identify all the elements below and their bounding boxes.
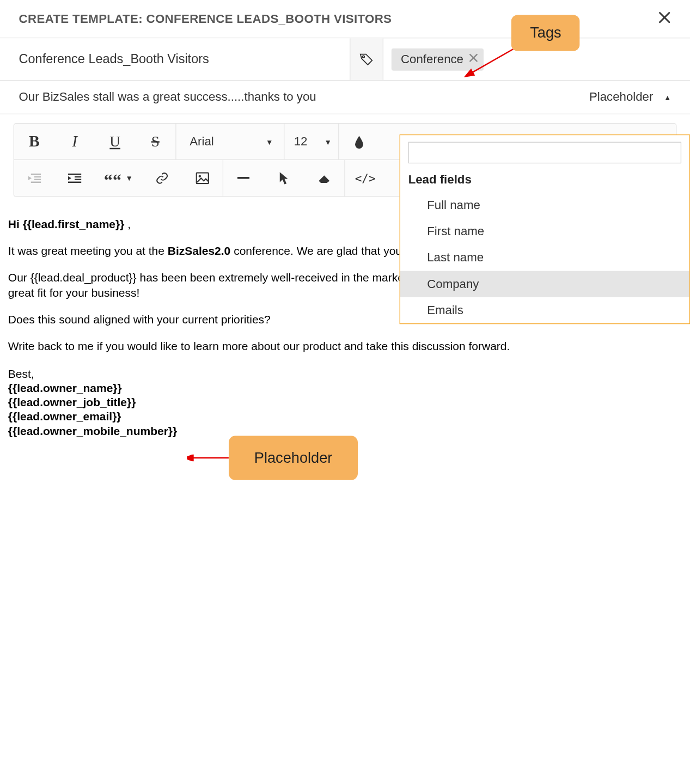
subject-input[interactable] xyxy=(19,90,589,104)
page-title: CREATE TEMPLATE: CONFERENCE LEADS_BOOTH … xyxy=(19,12,392,26)
body-p1-bold: BizSales2.0 xyxy=(168,245,231,258)
svg-line-4 xyxy=(471,46,518,73)
svg-rect-1 xyxy=(197,173,209,183)
caret-up-icon: ▲ xyxy=(664,93,671,101)
tag-button[interactable] xyxy=(350,38,383,80)
placeholder-item-full-name[interactable]: Full name xyxy=(400,192,689,218)
text-color-button[interactable] xyxy=(339,124,379,159)
strikethrough-button[interactable]: S xyxy=(135,124,175,159)
body-sig-best: Best, xyxy=(8,367,682,381)
font-size-value: 12 xyxy=(294,134,308,149)
quote-button[interactable]: ““ ▼ xyxy=(95,160,142,197)
placeholder-dropdown-toggle[interactable]: Placeholder ▲ xyxy=(589,90,671,104)
bold-button[interactable]: B xyxy=(14,124,54,159)
outdent-button[interactable] xyxy=(14,160,54,197)
body-sig3: {{lead.owner_email}} xyxy=(8,411,121,423)
ink-drop-icon xyxy=(354,135,365,149)
placeholder-item-emails[interactable]: Emails xyxy=(400,297,689,323)
placeholder-dropdown-panel: Lead fields Full name First name Last na… xyxy=(400,134,690,324)
font-family-value: Arial xyxy=(190,134,213,149)
svg-rect-3 xyxy=(237,177,249,179)
cursor-icon xyxy=(278,171,289,185)
callout-placeholder: Placeholder xyxy=(229,436,358,480)
close-icon[interactable] xyxy=(658,11,671,27)
caret-down-icon: ▼ xyxy=(324,138,331,146)
body-sig1: {{lead.owner_name}} xyxy=(8,382,122,394)
tag-icon xyxy=(359,52,374,66)
callout-tags: Tags xyxy=(511,15,581,51)
body-p4: Write back to me if you would like to le… xyxy=(8,340,682,354)
code-view-button[interactable]: </> xyxy=(345,160,386,197)
tag-chip-label: Conference xyxy=(401,52,463,66)
horizontal-rule-button[interactable] xyxy=(223,160,264,197)
placeholder-item-first-name[interactable]: First name xyxy=(400,218,689,244)
italic-button[interactable]: I xyxy=(54,124,95,159)
body-p1a: It was great meeting you at the xyxy=(8,245,168,258)
body-sig2: {{lead.owner_job_title}} xyxy=(8,396,136,408)
eraser-icon xyxy=(317,174,332,183)
caret-down-icon: ▼ xyxy=(266,138,273,146)
template-name-input[interactable] xyxy=(0,38,350,80)
body-greeting-token: {{lead.first_name}} xyxy=(23,218,125,230)
placeholder-item-company[interactable]: Company xyxy=(400,271,689,297)
underline-button[interactable]: U xyxy=(95,124,135,159)
placeholder-group-heading: Lead fields xyxy=(400,168,689,193)
body-greeting-prefix: Hi xyxy=(8,218,23,230)
link-icon xyxy=(155,171,169,185)
body-sig4: {{lead.owner_mobile_number}} xyxy=(8,425,177,437)
svg-point-0 xyxy=(363,56,365,58)
clear-format-button[interactable] xyxy=(304,160,344,197)
link-button[interactable] xyxy=(142,160,182,197)
placeholder-search-input[interactable] xyxy=(408,142,681,164)
select-button[interactable] xyxy=(264,160,304,197)
placeholder-label: Placeholder xyxy=(589,90,653,104)
body-greeting-suffix: , xyxy=(124,218,131,230)
font-family-select[interactable]: Arial ▼ xyxy=(176,134,284,149)
font-size-select[interactable]: 12 ▼ xyxy=(284,134,338,149)
indent-button[interactable] xyxy=(54,160,95,197)
placeholder-item-last-name[interactable]: Last name xyxy=(400,245,689,271)
image-button[interactable] xyxy=(182,160,223,197)
image-icon xyxy=(196,172,209,184)
svg-point-2 xyxy=(199,175,201,177)
